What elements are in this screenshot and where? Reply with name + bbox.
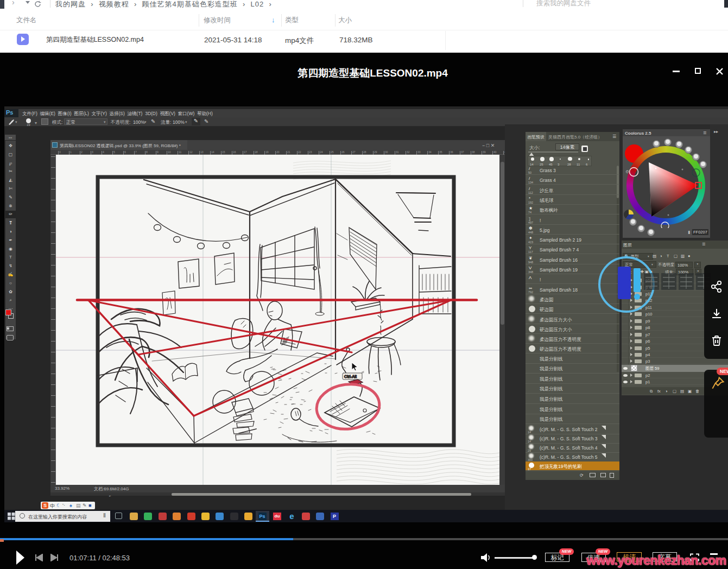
svg-text:Ctrl-Alt: Ctrl-Alt [344,374,357,379]
